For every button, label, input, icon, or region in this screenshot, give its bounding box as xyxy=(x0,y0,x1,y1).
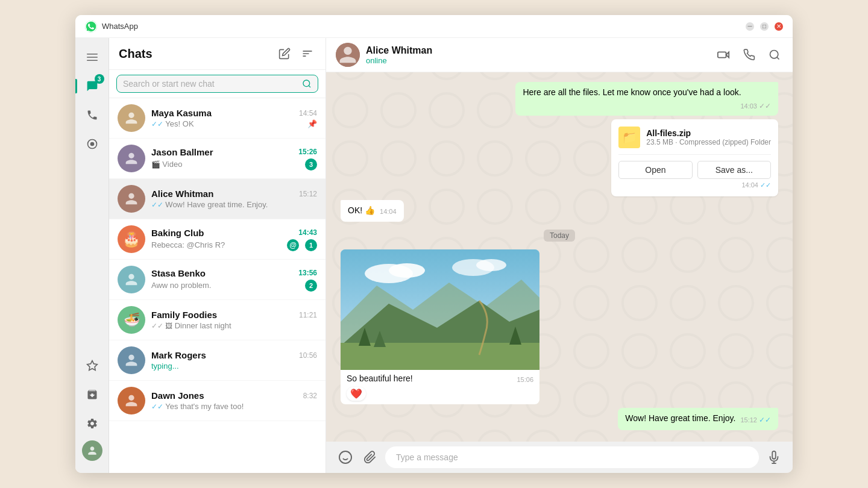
emoji-button[interactable] xyxy=(336,448,355,467)
open-file-button[interactable]: Open xyxy=(618,161,692,179)
chat-contact-status: online xyxy=(366,56,714,65)
message-time: 8:32 xyxy=(303,392,317,400)
message-text: Here are all the files. Let me know once… xyxy=(523,87,741,97)
chat-header: Alice Whitman online xyxy=(326,38,793,72)
file-actions: Open Save as... xyxy=(618,154,771,179)
search-messages-button[interactable] xyxy=(766,46,783,64)
message-preview: Rebecca: @Chris R? xyxy=(151,240,287,249)
mention-badge: @ xyxy=(287,239,299,251)
list-item[interactable]: Jason Ballmer 15:26 🎬 Video 3 xyxy=(109,139,326,179)
message-text: OK! 👍 xyxy=(348,205,375,215)
message-time: 11:21 xyxy=(299,311,317,319)
svg-line-7 xyxy=(309,86,310,87)
message-preview: ✓✓ Yes that's my fave too! xyxy=(151,402,317,411)
sidebar-menu-icon[interactable] xyxy=(80,45,104,69)
save-file-button[interactable]: Save as... xyxy=(697,161,771,179)
message-preview: typing... xyxy=(151,361,317,371)
chats-badge: 3 xyxy=(95,74,104,84)
message-time: 10:56 xyxy=(299,351,317,360)
list-item[interactable]: Stasa Benko 13:56 Aww no problem. 2 xyxy=(109,260,326,300)
contact-name: Jason Ballmer xyxy=(151,147,213,157)
unread-badge: 2 xyxy=(305,280,317,292)
maximize-button[interactable]: □ xyxy=(760,22,769,31)
chat-contact-avatar[interactable] xyxy=(336,43,360,67)
message-time: 15:12 xyxy=(299,190,317,198)
list-item[interactable]: Dawn Jones 8:32 ✓✓ Yes that's my fave to… xyxy=(109,381,326,421)
message-time: 14:04 xyxy=(380,207,397,216)
message-time: 14:54 xyxy=(299,109,317,117)
avatar xyxy=(118,104,145,132)
svg-point-16 xyxy=(476,259,506,271)
voice-message-button[interactable] xyxy=(765,448,783,466)
chat-list-panel: Chats xyxy=(109,38,326,473)
contact-name: Family Foodies xyxy=(151,310,217,320)
file-meta: 23.5 MB · Compressed (zipped) Folder xyxy=(646,138,771,146)
sidebar-status-icon[interactable] xyxy=(80,132,104,156)
photo-image xyxy=(341,249,539,370)
unread-badge: 3 xyxy=(305,158,317,170)
sidebar: 3 xyxy=(75,38,109,473)
sidebar-starred-icon[interactable] xyxy=(80,354,104,378)
filter-button[interactable] xyxy=(299,45,316,62)
svg-rect-19 xyxy=(341,343,539,370)
chat-list-actions xyxy=(276,45,316,62)
file-name: All-files.zip xyxy=(646,128,771,138)
chat-header-actions xyxy=(714,46,783,64)
avatar: 🎂 xyxy=(118,225,145,253)
message-preview: ✓✓ Wow! Have great time. Enjoy. xyxy=(151,200,317,209)
chat-contact-info[interactable]: Alice Whitman online xyxy=(366,45,714,65)
minimize-button[interactable]: ─ xyxy=(746,22,754,31)
file-message: 📁 All-files.zip 23.5 MB · Compressed (zi… xyxy=(611,119,778,196)
file-icon: 📁 xyxy=(618,127,640,148)
app-window: WhatsApp ─ □ ✕ 3 xyxy=(75,15,793,473)
new-chat-button[interactable] xyxy=(276,45,293,62)
whatsapp-logo xyxy=(85,20,97,33)
list-item[interactable]: Alice Whitman 15:12 ✓✓ Wow! Have great t… xyxy=(109,179,326,219)
sidebar-calls-icon[interactable] xyxy=(80,103,104,127)
avatar xyxy=(118,145,145,172)
chat-area: Alice Whitman online xyxy=(326,38,793,473)
app-title: WhatsApp xyxy=(102,22,746,31)
avatar xyxy=(118,185,145,213)
sidebar-archive-icon[interactable] xyxy=(80,383,104,407)
search-bar xyxy=(109,70,326,98)
avatar xyxy=(118,346,145,374)
message-bubble: Here are all the files. Let me know once… xyxy=(515,82,778,116)
attach-button[interactable] xyxy=(361,448,379,466)
list-item[interactable]: 🍜 Family Foodies 11:21 ✓✓ 🖼 Dinner last … xyxy=(109,300,326,340)
search-input[interactable] xyxy=(123,79,302,89)
svg-rect-1 xyxy=(87,57,98,58)
sidebar-settings-icon[interactable] xyxy=(80,411,104,436)
svg-rect-0 xyxy=(87,54,98,55)
sidebar-chats-icon[interactable]: 3 xyxy=(80,74,104,98)
photo-message: So beautiful here! 15:06 ❤️ xyxy=(341,249,539,404)
list-item[interactable]: 🎂 Baking Club 14:43 Rebecca: @Chris R? @… xyxy=(109,219,326,260)
unread-badge: 1 xyxy=(305,239,317,251)
message-input[interactable] xyxy=(385,446,759,468)
pin-icon: 📌 xyxy=(307,119,317,128)
close-button[interactable]: ✕ xyxy=(775,22,783,31)
message-preview: 🎬 Video xyxy=(151,160,301,169)
message-time: 13:56 xyxy=(298,269,317,277)
chat-list-title: Chats xyxy=(119,47,276,61)
message-preview: ✓✓ 🖼 Dinner last night xyxy=(151,321,317,330)
input-bar xyxy=(326,442,793,473)
voice-call-button[interactable] xyxy=(741,46,758,64)
photo-caption: So beautiful here! xyxy=(347,374,413,383)
list-item[interactable]: Mark Rogers 10:56 typing... xyxy=(109,340,326,381)
svg-point-6 xyxy=(303,80,310,87)
chat-contact-name: Alice Whitman xyxy=(366,45,714,56)
contact-name: Stasa Benko xyxy=(151,268,206,278)
app-body: 3 xyxy=(75,38,793,473)
list-item[interactable]: Maya Kasuma 14:54 ✓✓ Yes! OK 📌 xyxy=(109,98,326,139)
messages-area: Here are all the files. Let me know once… xyxy=(326,72,793,442)
contact-name: Maya Kasuma xyxy=(151,108,212,118)
svg-point-4 xyxy=(90,143,93,146)
message-time: 15:12 ✓✓ xyxy=(740,415,771,425)
my-avatar[interactable] xyxy=(82,440,102,461)
avatar xyxy=(118,266,145,293)
avatar xyxy=(118,387,145,414)
message-time: 14:03 ✓✓ xyxy=(740,101,771,111)
svg-point-14 xyxy=(389,263,425,278)
video-call-button[interactable] xyxy=(714,46,732,64)
